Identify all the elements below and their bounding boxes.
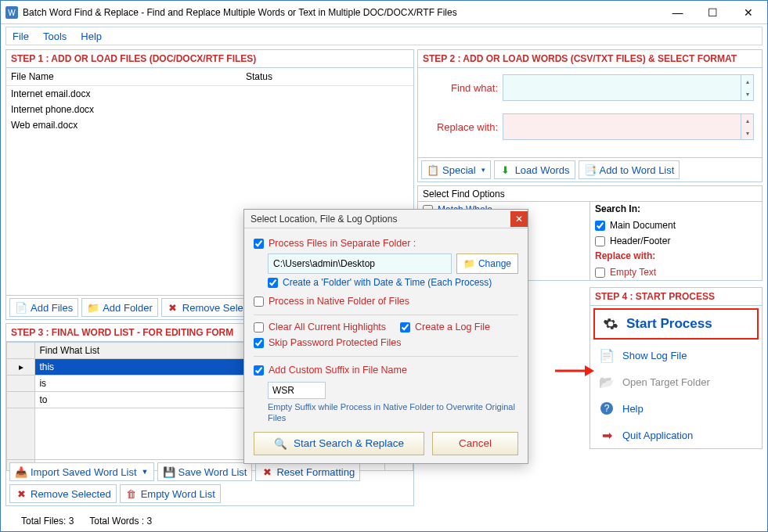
open-target-folder-button[interactable]: 📂Open Target Folder — [590, 368, 762, 395]
load-icon: ⬇ — [499, 164, 512, 176]
menu-file[interactable]: File — [13, 31, 29, 42]
special-button[interactable]: 📋Special▾ — [421, 160, 491, 179]
main-document-checkbox[interactable]: Main Document — [595, 217, 757, 233]
add-folder-button[interactable]: 📁Add Folder — [81, 298, 158, 317]
total-words-label: Total Words : 3 — [89, 516, 152, 527]
minimize-button[interactable]: — — [660, 2, 695, 23]
change-folder-button[interactable]: 📁Change — [456, 253, 518, 274]
step2-panel: STEP 2 : ADD OR LOAD WORDS (CSV/TXT FILE… — [417, 49, 763, 182]
find-what-input[interactable]: ▴▾ — [503, 74, 754, 101]
import-word-list-button[interactable]: 📥Import Saved Word List▼ — [9, 462, 154, 481]
add-list-icon: 📑 — [584, 164, 597, 176]
reset-formatting-button[interactable]: ✖Reset Formatting — [255, 462, 360, 481]
empty-word-list-button[interactable]: 🗑Empty Word List — [120, 484, 221, 503]
process-native-folder-checkbox[interactable]: Process in Native Folder of Files — [254, 293, 518, 310]
replace-with-label: Replace with: — [426, 121, 498, 133]
help-button[interactable]: ?Help — [590, 395, 762, 422]
dialog-titlebar: Select Location, File & Log Options ✕ — [244, 210, 528, 228]
gear-icon — [603, 316, 618, 332]
start-process-button[interactable]: Start Process — [593, 308, 759, 340]
step1-title: STEP 1 : ADD OR LOAD FILES (DOC/DOCX/RTF… — [6, 50, 413, 68]
save-word-list-button[interactable]: 💾Save Word List — [157, 462, 253, 481]
app-icon: W — [5, 6, 18, 19]
dialog-title: Select Location, File & Log Options — [251, 214, 397, 225]
dialog-close-button[interactable]: ✕ — [510, 211, 528, 227]
replace-with-head: Replace with: — [595, 250, 757, 261]
menubar: File Tools Help — [5, 27, 763, 45]
folder-path-input[interactable] — [268, 253, 452, 274]
empty-text-checkbox[interactable]: Empty Text — [595, 264, 757, 280]
suffix-note: Empty Suffix while Process in Native Fol… — [268, 401, 518, 424]
step4-panel: STEP 4 : START PROCESS Start Process 📄Sh… — [590, 287, 763, 449]
add-files-icon: 📄 — [15, 301, 27, 314]
dropdown-arrow-icon: ▼ — [142, 468, 149, 476]
step4-title: STEP 4 : START PROCESS — [590, 288, 762, 306]
maximize-button[interactable]: ☐ — [695, 2, 730, 23]
find-what-label: Find what: — [426, 82, 498, 94]
spin-down-icon[interactable]: ▾ — [741, 127, 753, 139]
suffix-input[interactable] — [268, 382, 326, 399]
add-custom-suffix-checkbox[interactable]: Add Custom Suffix in File Name — [254, 361, 518, 379]
process-separate-folder-checkbox[interactable]: Process Files in Separate Folder : — [254, 235, 518, 252]
svg-marker-5 — [585, 365, 594, 376]
close-button[interactable]: ✕ — [730, 2, 766, 23]
options-dialog: Select Location, File & Log Options ✕ Pr… — [243, 209, 528, 464]
total-files-label: Total Files: 3 — [21, 516, 74, 527]
load-words-button[interactable]: ⬇Load Words — [494, 160, 575, 179]
remove-selected-button[interactable]: ✖Remove Selec — [161, 298, 254, 317]
file-row[interactable]: Internet phone.docx — [6, 102, 413, 117]
start-search-replace-button[interactable]: 🔍Start Search & Replace — [254, 432, 424, 455]
spin-up-icon[interactable]: ▴ — [741, 114, 753, 127]
search-in-label: Search In: — [595, 203, 757, 214]
empty-icon: 🗑 — [125, 487, 138, 500]
spin-up-icon[interactable]: ▴ — [741, 75, 753, 88]
import-icon: 📥 — [15, 466, 27, 478]
col-status[interactable]: Status — [241, 68, 413, 86]
arrow-annotation — [555, 363, 594, 379]
folder-icon: 📂 — [599, 374, 615, 390]
header-footer-checkbox[interactable]: Header/Footer — [595, 233, 757, 249]
menu-tools[interactable]: Tools — [43, 31, 67, 42]
app-title: Batch Word Find & Replace - Find and Rep… — [23, 7, 660, 18]
quit-icon: ➡ — [599, 427, 615, 443]
create-folder-datetime-checkbox[interactable] — [268, 278, 278, 288]
search-icon: 🔍 — [274, 437, 287, 450]
menu-help[interactable]: Help — [81, 31, 102, 42]
step2-title: STEP 2 : ADD OR LOAD WORDS (CSV/TXT FILE… — [418, 50, 762, 68]
select-find-options-label: Select Find Options — [418, 188, 762, 202]
dropdown-arrow-icon: ▾ — [481, 166, 485, 174]
skip-password-files-checkbox[interactable]: Skip Password Protected Files — [254, 334, 518, 351]
clear-highlights-checkbox[interactable]: Clear All Current Highlights — [254, 320, 386, 334]
save-icon: 💾 — [163, 466, 175, 478]
create-log-file-checkbox[interactable]: Create a Log File — [400, 320, 490, 334]
remove-selected-word-button[interactable]: ✖Remove Selected — [9, 484, 117, 503]
file-row[interactable]: Web email.docx — [6, 117, 413, 133]
row-header-corner — [7, 343, 35, 359]
create-folder-datetime-label: Create a 'Folder' with Date & Time (Each… — [283, 277, 492, 288]
spin-down-icon[interactable]: ▾ — [741, 88, 753, 100]
quit-application-button[interactable]: ➡Quit Application — [590, 422, 762, 448]
svg-text:W: W — [8, 9, 16, 17]
reset-icon: ✖ — [261, 466, 273, 478]
special-icon: 📋 — [427, 164, 439, 176]
add-files-button[interactable]: 📄Add Files — [9, 298, 78, 317]
log-icon: 📄 — [599, 347, 615, 363]
titlebar: W Batch Word Find & Replace - Find and R… — [1, 1, 767, 24]
show-log-file-button[interactable]: 📄Show Log File — [590, 342, 762, 368]
help-icon: ? — [599, 401, 615, 416]
add-to-word-list-button[interactable]: 📑Add to Word List — [579, 160, 680, 179]
replace-with-input[interactable]: ▴▾ — [503, 113, 754, 140]
remove-icon: ✖ — [167, 301, 179, 314]
col-filename[interactable]: File Name — [6, 68, 241, 86]
remove-icon: ✖ — [15, 487, 27, 500]
folder-icon: 📁 — [463, 258, 475, 269]
add-folder-icon: 📁 — [87, 301, 99, 314]
file-row[interactable]: Internet email.docx — [6, 86, 413, 102]
svg-text:?: ? — [604, 403, 610, 414]
statusbar: Total Files: 3 Total Words : 3 — [5, 514, 168, 528]
cancel-button[interactable]: Cancel — [432, 432, 518, 455]
row-indicator: ▸ — [7, 359, 35, 376]
